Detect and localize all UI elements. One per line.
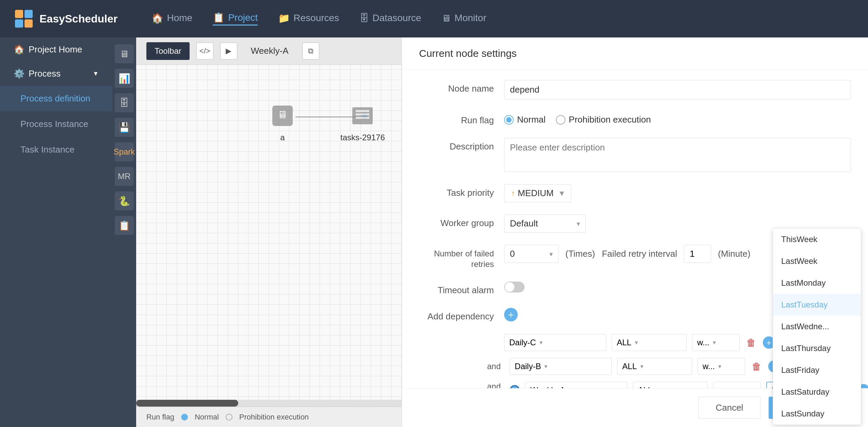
tool-shell[interactable]: 🖥 [115, 44, 134, 63]
svg-rect-3 [25, 19, 33, 28]
dropdown-lastfriday[interactable]: LastFriday [773, 359, 861, 381]
svg-rect-2 [15, 19, 23, 28]
canvas-area: Toolbar </> ▶ Weekly-A ⧉ 🖥 a [136, 37, 402, 427]
canvas-scrollbar-thumb[interactable] [136, 400, 238, 407]
logo: EasyScheduler [14, 9, 117, 29]
tool-sub-process[interactable]: 📊 [115, 69, 134, 88]
dep2-process-select[interactable]: Daily-B ▾ [510, 358, 612, 375]
dep1-cycle-select[interactable]: w... ▾ [692, 334, 740, 351]
dep1-process-chevron-icon: ▾ [540, 339, 543, 346]
run-flag-options: Normal Prohibition execution [504, 112, 651, 125]
dropdown-lasttuesday[interactable]: LastTuesday [773, 294, 861, 316]
day-dropdown-popup: ThisWeek LastWeek LastMonday LastTuesday… [773, 228, 861, 425]
dep1-process-select[interactable]: Daily-C ▾ [504, 334, 606, 351]
retry-minute-label: (Minute) [718, 249, 750, 259]
dep1-delete-button[interactable]: 🗑 [745, 336, 757, 349]
timeout-alarm-toggle[interactable] [504, 282, 525, 292]
worker-group-select[interactable]: Default ▾ [504, 215, 586, 233]
canvas-body[interactable]: 🖥 a tasks-29176 [136, 65, 402, 407]
dropdown-lastmonday[interactable]: LastMonday [773, 272, 861, 294]
failed-retry-interval-input[interactable] [684, 245, 711, 263]
nav-resources[interactable]: 📁 Resources [278, 12, 339, 26]
node-tasks-29176[interactable]: tasks-29176 [340, 102, 385, 142]
run-flag-prohibition-radio-bottom[interactable] [226, 414, 232, 421]
run-flag-row: Run flag Normal Prohibition execution [419, 112, 851, 126]
dep1-task-select[interactable]: ALL ▾ [612, 334, 687, 351]
description-input[interactable] [504, 138, 851, 172]
dropdown-thisweek[interactable]: ThisWeek [773, 228, 861, 250]
toolbar-code-btn[interactable]: </> [196, 43, 213, 60]
sidebar-item-task-instance[interactable]: Task Instance [0, 137, 112, 162]
node-name-row: Node name [419, 80, 851, 99]
node-a-label: a [280, 133, 285, 142]
dropdown-lastweek[interactable]: LastWeek [773, 250, 861, 272]
toolbar-play-btn[interactable]: ▶ [220, 43, 237, 60]
svg-rect-9 [356, 117, 369, 119]
tool-python[interactable]: 🐍 [115, 191, 134, 210]
run-flag-prohibition-option[interactable]: Prohibition execution [556, 114, 651, 125]
dep3-cycle-value: w... [718, 385, 730, 388]
sidebar-item-process-instance[interactable]: Process Instance [0, 111, 112, 137]
run-flag-normal-radio[interactable] [504, 115, 514, 125]
dep1-task-value: ALL [617, 338, 631, 347]
tool-spark[interactable]: Spark [115, 142, 134, 161]
canvas-toolbar: Toolbar </> ▶ Weekly-A ⧉ [136, 37, 402, 65]
run-flag-normal-label-bottom: Normal [195, 413, 219, 422]
tool-table[interactable]: 📋 [115, 216, 134, 235]
dropdown-lastsunday[interactable]: LastSunday [773, 403, 861, 425]
dep3-cycle-select[interactable]: w... ▾ [713, 382, 761, 388]
tool-database[interactable]: 🗄 [115, 93, 134, 112]
task-priority-select[interactable]: ↑ MEDIUM ▾ [504, 184, 571, 202]
dropdown-lastthursday[interactable]: LastThursday [773, 337, 861, 359]
sidebar-project-home[interactable]: 🏠 Project Home [0, 37, 112, 62]
dep3-task-select[interactable]: ALL ▾ [633, 382, 708, 388]
chevron-down-icon: ▼ [93, 70, 99, 77]
nav-project[interactable]: 📋 Project [213, 12, 258, 26]
dropdown-lastwednesday[interactable]: LastWedne... [773, 316, 861, 337]
retry-count-select[interactable]: 0 ▾ [504, 245, 559, 263]
run-flag-prohibition-radio[interactable] [556, 115, 565, 125]
right-panel: Current node settings Node name Run flag… [402, 37, 868, 427]
nav-monitor[interactable]: 🖥 Monitor [441, 12, 486, 26]
dep2-process-chevron-icon: ▾ [544, 363, 547, 370]
cancel-button[interactable]: Cancel [698, 397, 760, 419]
node-name-input[interactable] [504, 80, 851, 99]
dep2-delete-button[interactable]: 🗑 [751, 360, 763, 373]
tool-mr[interactable]: MR [115, 167, 134, 186]
task-priority-label: Task priority [419, 184, 494, 198]
dep2-cycle-chevron-icon: ▾ [718, 363, 721, 370]
left-sidebar: 🏠 Project Home ⚙️ Process ▼ Process defi… [0, 37, 112, 427]
dep3-relation-label: and [487, 382, 504, 388]
sidebar-item-process-definition[interactable]: Process definition [0, 86, 112, 111]
svg-rect-0 [15, 10, 23, 18]
tool-storage[interactable]: 💾 [115, 118, 134, 137]
canvas-scrollbar[interactable] [136, 400, 402, 407]
dropdown-lastsaturday[interactable]: LastSaturday [773, 381, 861, 403]
nav-home[interactable]: 🏠 Home [151, 12, 192, 26]
monitor-icon: 🖥 [441, 13, 451, 24]
svg-rect-1 [25, 10, 33, 18]
run-flag-normal-option[interactable]: Normal [504, 114, 546, 125]
task-priority-value: MEDIUM [518, 188, 553, 199]
description-label: Description [419, 138, 494, 152]
home-icon: 🏠 [151, 13, 163, 24]
worker-group-label: Worker group [419, 215, 494, 228]
worker-group-value: Default [510, 218, 538, 229]
run-flag-label: Run flag [419, 112, 494, 126]
dep2-task-chevron-icon: ▾ [640, 363, 643, 370]
dep2-cycle-select[interactable]: w... ▾ [697, 358, 745, 375]
dep2-task-select[interactable]: ALL ▾ [617, 358, 692, 375]
dep3-process-select[interactable]: Weekly-A ▾ [525, 382, 627, 388]
datasource-icon: 🗄 [359, 13, 369, 24]
resources-icon: 📁 [278, 13, 290, 24]
retry-count-value: 0 [510, 249, 515, 259]
run-flag-normal-radio-bottom[interactable] [181, 414, 188, 421]
toolbar-copy-btn[interactable]: ⧉ [302, 43, 319, 60]
add-dependency-button[interactable]: ＋ [504, 308, 518, 321]
sidebar-process-section[interactable]: ⚙️ Process ▼ [0, 62, 112, 86]
svg-rect-7 [356, 110, 369, 112]
svg-text:🖥: 🖥 [277, 109, 288, 120]
node-a[interactable]: 🖥 a [269, 102, 296, 142]
nav-datasource[interactable]: 🗄 Datasource [359, 12, 421, 26]
run-flag-prohibition-label-bottom: Prohibition execution [239, 413, 309, 422]
